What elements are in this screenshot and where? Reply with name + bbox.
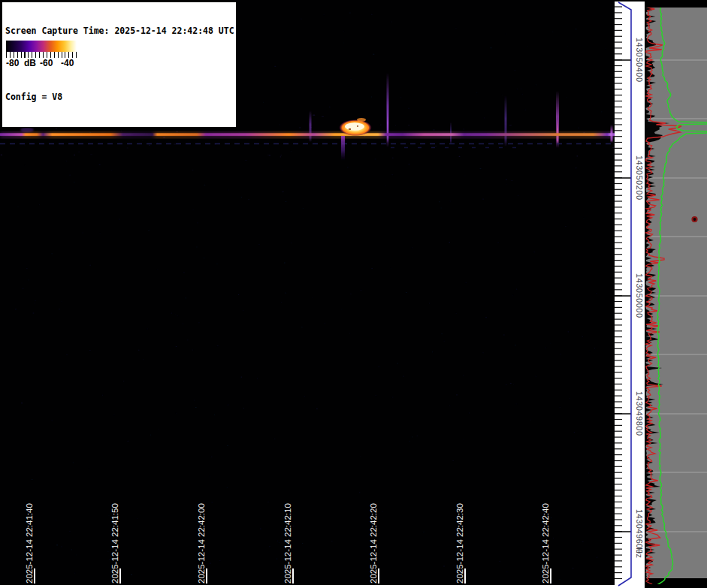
frequency-label: 143050200 <box>635 155 644 201</box>
time-tick <box>550 568 551 583</box>
time-axis-baseline <box>0 585 616 588</box>
frequency-label: 143050000 <box>635 273 644 318</box>
time-tick <box>206 568 207 583</box>
time-label: 2025-12-14 22:42:30 <box>455 503 464 583</box>
time-label: 2025-12-14 22:42:20 <box>369 503 378 583</box>
frequency-unit-label: Hz <box>635 547 644 558</box>
colorbar-label: -60 <box>40 58 53 68</box>
time-tick <box>292 568 294 583</box>
spectrum-lab-capture: Screen Capture Time: 2025-12-14 22:42:48… <box>0 0 707 588</box>
time-label: 2025-12-14 22:41:40 <box>25 503 34 583</box>
time-tick <box>34 568 35 583</box>
frequency-axis: 1430504001430502001430500001430498001430… <box>615 0 645 588</box>
config-text: Config = V8 <box>5 92 233 103</box>
colorbar-legend: -80dB-60-40 <box>4 39 79 70</box>
time-label: 2025-12-14 22:42:40 <box>541 503 550 583</box>
waterfall-display: Screen Capture Time: 2025-12-14 22:42:48… <box>0 0 615 588</box>
colorbar-label: -80 <box>6 58 19 68</box>
spectrum-plot <box>645 0 707 588</box>
time-tick <box>378 568 379 583</box>
colorbar-label: -40 <box>61 58 74 68</box>
time-tick <box>119 568 121 583</box>
time-tick <box>464 568 466 583</box>
frequency-label: 143049800 <box>635 391 644 436</box>
colorbar-ticks <box>6 52 77 58</box>
capture-time-text: Screen Capture Time: 2025-12-14 22:42:48… <box>5 26 233 37</box>
colorbar-label: dB <box>24 58 36 68</box>
time-label: 2025-12-14 22:42:10 <box>283 503 292 583</box>
spectrum-panel <box>645 0 707 588</box>
colorbar-gradient <box>6 41 77 52</box>
frequency-label: 143050400 <box>635 38 644 83</box>
time-label: 2025-12-14 22:42:00 <box>197 503 206 583</box>
time-label: 2025-12-14 22:41:50 <box>110 503 119 583</box>
